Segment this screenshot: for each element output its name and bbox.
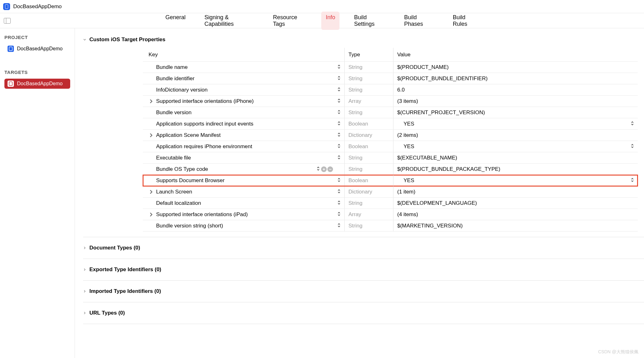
- table-row[interactable]: Bundle version string (short)String$(MAR…: [143, 220, 638, 232]
- table-row[interactable]: Application requires iPhone environmentB…: [143, 141, 638, 152]
- plist-type-cell[interactable]: String: [344, 73, 393, 84]
- plist-type-cell[interactable]: Array: [344, 209, 393, 220]
- plist-key-cell[interactable]: Executable file: [143, 155, 344, 161]
- key-stepper-icon[interactable]: [337, 76, 341, 82]
- plist-key-cell[interactable]: Bundle version: [143, 109, 344, 116]
- plist-key-cell[interactable]: Default localization: [143, 200, 344, 206]
- section-header[interactable]: URL Types (0): [83, 307, 644, 319]
- key-stepper-icon[interactable]: [337, 223, 341, 229]
- table-row[interactable]: Supported interface orientations (iPad)A…: [143, 209, 638, 220]
- key-stepper-icon[interactable]: [337, 132, 341, 138]
- chevron-right-icon[interactable]: [149, 189, 154, 194]
- key-stepper-icon[interactable]: [337, 87, 341, 93]
- plist-value-cell[interactable]: $(CURRENT_PROJECT_VERSION): [393, 107, 638, 118]
- table-row[interactable]: Application Scene ManifestDictionary(2 i…: [143, 130, 638, 141]
- key-stepper-icon[interactable]: [337, 64, 341, 70]
- collapsed-section[interactable]: Exported Type Identifiers (0): [83, 259, 644, 281]
- plist-value-cell[interactable]: (1 item): [393, 186, 638, 197]
- plist-type-cell[interactable]: Dictionary: [344, 130, 393, 141]
- plist-type-cell[interactable]: String: [344, 62, 393, 73]
- plist-value-cell[interactable]: $(EXECUTABLE_NAME): [393, 152, 638, 163]
- collapsed-section[interactable]: Document Types (0): [83, 237, 644, 259]
- plist-type-cell[interactable]: Boolean: [344, 175, 393, 186]
- plist-type-cell[interactable]: String: [344, 152, 393, 163]
- key-stepper-icon[interactable]: [337, 177, 341, 184]
- plist-key-cell[interactable]: Bundle OS Type code+−: [143, 166, 344, 172]
- table-row[interactable]: Supported interface orientations (iPhone…: [143, 96, 638, 107]
- chevron-right-icon[interactable]: [149, 99, 154, 104]
- tab-build-rules[interactable]: Build Rules: [449, 12, 483, 30]
- plist-value-cell[interactable]: $(PRODUCT_BUNDLE_IDENTIFIER): [393, 73, 638, 84]
- plist-key-cell[interactable]: Application requires iPhone environment: [143, 143, 344, 150]
- key-stepper-icon[interactable]: [317, 166, 320, 172]
- table-row[interactable]: Bundle versionString$(CURRENT_PROJECT_VE…: [143, 107, 638, 118]
- plist-value-cell[interactable]: (4 items): [393, 209, 638, 220]
- key-stepper-icon[interactable]: [337, 109, 341, 116]
- plist-value-cell[interactable]: (2 items): [393, 130, 638, 141]
- table-row[interactable]: Bundle OS Type code+−String$(PRODUCT_BUN…: [143, 164, 638, 175]
- plist-key-cell[interactable]: Bundle identifier: [143, 76, 344, 82]
- plist-key-cell[interactable]: Supported interface orientations (iPad): [143, 211, 344, 218]
- plist-key-cell[interactable]: Application supports indirect input even…: [143, 121, 344, 127]
- key-stepper-icon[interactable]: [337, 155, 341, 161]
- plist-value-cell[interactable]: $(PRODUCT_BUNDLE_PACKAGE_TYPE): [393, 164, 638, 175]
- properties-section-header[interactable]: Custom iOS Target Properties: [83, 34, 644, 45]
- plist-key-cell[interactable]: Launch Screen: [143, 189, 344, 195]
- table-row[interactable]: Application supports indirect input even…: [143, 118, 638, 130]
- plist-key-cell[interactable]: Application Scene Manifest: [143, 132, 344, 138]
- plist-value-cell[interactable]: YES: [393, 141, 638, 152]
- plist-key-cell[interactable]: Bundle version string (short): [143, 223, 344, 229]
- plist-type-cell[interactable]: Boolean: [344, 141, 393, 152]
- column-header-key[interactable]: Key: [143, 52, 344, 58]
- sidebar-target-item[interactable]: DocBasedAppDemo: [4, 79, 70, 89]
- key-stepper-icon[interactable]: [337, 121, 341, 127]
- key-stepper-icon[interactable]: [337, 200, 341, 206]
- plist-key-cell[interactable]: Supported interface orientations (iPhone…: [143, 98, 344, 104]
- table-row[interactable]: Bundle identifierString$(PRODUCT_BUNDLE_…: [143, 73, 638, 84]
- sidebar-project-item[interactable]: DocBasedAppDemo: [4, 44, 70, 54]
- column-header-type[interactable]: Type: [344, 48, 393, 61]
- table-row[interactable]: Executable fileString$(EXECUTABLE_NAME): [143, 152, 638, 164]
- section-header[interactable]: Exported Type Identifiers (0): [83, 264, 644, 275]
- value-stepper-icon[interactable]: [631, 121, 634, 127]
- key-stepper-icon[interactable]: [337, 211, 341, 218]
- collapsed-section[interactable]: Imported Type Identifiers (0): [83, 280, 644, 302]
- tab-build-phases[interactable]: Build Phases: [400, 12, 438, 30]
- tab-signing[interactable]: Signing & Capabilities: [200, 12, 259, 30]
- column-header-value[interactable]: Value: [393, 48, 638, 61]
- plist-type-cell[interactable]: String: [344, 220, 393, 231]
- plist-key-cell[interactable]: InfoDictionary version: [143, 87, 344, 93]
- plist-type-cell[interactable]: String: [344, 84, 393, 95]
- remove-row-button[interactable]: −: [327, 166, 333, 172]
- plist-value-cell[interactable]: $(DEVELOPMENT_LANGUAGE): [393, 198, 638, 209]
- key-stepper-icon[interactable]: [337, 189, 341, 195]
- plist-value-cell[interactable]: YES: [393, 118, 638, 129]
- plist-value-cell[interactable]: YES: [393, 175, 638, 186]
- plist-type-cell[interactable]: Dictionary: [344, 186, 393, 197]
- value-stepper-icon[interactable]: [631, 177, 634, 184]
- plist-key-cell[interactable]: Supports Document Browser: [143, 177, 344, 184]
- plist-type-cell[interactable]: String: [344, 164, 393, 175]
- plist-value-cell[interactable]: $(PRODUCT_NAME): [393, 62, 638, 73]
- tab-build-settings[interactable]: Build Settings: [350, 12, 390, 30]
- sidebar-toggle-icon[interactable]: [4, 18, 11, 24]
- collapsed-section[interactable]: URL Types (0): [83, 302, 644, 324]
- add-row-button[interactable]: +: [321, 166, 327, 172]
- table-row[interactable]: InfoDictionary versionString6.0: [143, 84, 638, 96]
- plist-key-cell[interactable]: Bundle name: [143, 64, 344, 70]
- table-row[interactable]: Launch ScreenDictionary(1 item): [143, 186, 638, 198]
- section-header[interactable]: Imported Type Identifiers (0): [83, 286, 644, 297]
- value-stepper-icon[interactable]: [631, 143, 634, 150]
- plist-type-cell[interactable]: Boolean: [344, 118, 393, 129]
- chevron-right-icon[interactable]: [149, 212, 154, 217]
- table-row[interactable]: Default localizationString$(DEVELOPMENT_…: [143, 198, 638, 209]
- tab-general[interactable]: General: [161, 12, 190, 30]
- chevron-right-icon[interactable]: [149, 133, 154, 138]
- key-stepper-icon[interactable]: [337, 143, 341, 150]
- section-header[interactable]: Document Types (0): [83, 242, 644, 254]
- plist-type-cell[interactable]: String: [344, 107, 393, 118]
- tab-info[interactable]: Info: [321, 12, 340, 30]
- table-row[interactable]: Supports Document BrowserBooleanYES: [143, 175, 638, 186]
- tab-resource-tags[interactable]: Resource Tags: [268, 12, 311, 30]
- table-row[interactable]: Bundle nameString$(PRODUCT_NAME): [143, 62, 638, 73]
